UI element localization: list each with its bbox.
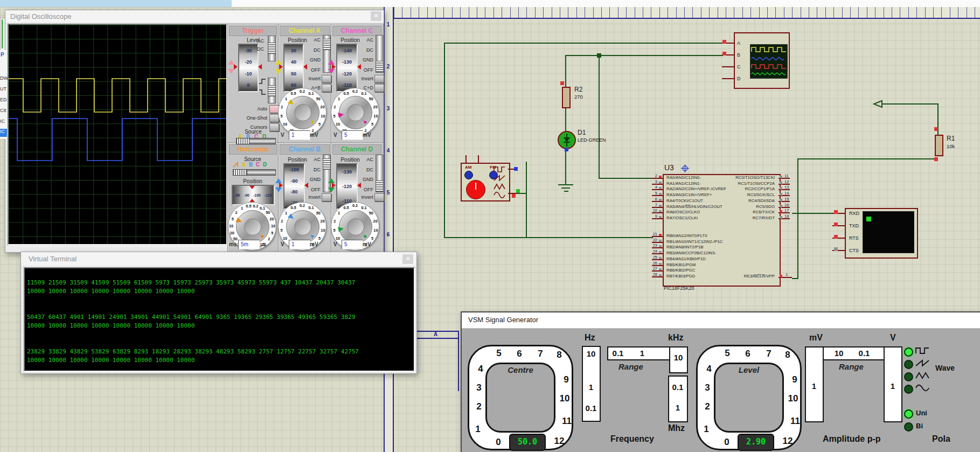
knob-scale-label: 5	[281, 227, 283, 232]
wire-terminal-top[interactable]	[881, 103, 939, 105]
frequency-label: Frequency	[610, 434, 654, 444]
channel-c-arrow-left	[332, 64, 336, 69]
selector-item-selected[interactable]: IC	[0, 129, 7, 137]
trigger-coupling-slider[interactable]	[268, 36, 276, 61]
channel-d-coupling-labels: ACDCGNDOFF	[358, 157, 373, 192]
centre-dial[interactable]: 0 1 2 3 4 5 6 7 8 9 10 11 12 Centre 50.0	[468, 345, 573, 450]
terminal-line: 11509 21509 31509 41509 51509 61509 5973…	[27, 279, 413, 288]
trigger-source-slider[interactable]	[236, 138, 276, 144]
channel-a-unit-mv: mV	[310, 132, 318, 138]
wire-ra0[interactable]	[599, 178, 653, 179]
channel-c-position-slider[interactable]: -140-130-120-110	[336, 44, 358, 92]
terminal-component-screen	[863, 211, 914, 253]
channel-c-value[interactable]: 5	[342, 130, 363, 140]
wire-gen-vertical[interactable]	[526, 162, 527, 238]
oscilloscope-titlebar[interactable]: Digital Oscilloscope ✕	[5, 10, 384, 23]
knob-scale-label: 2	[333, 104, 336, 109]
channel-c-invert-button[interactable]	[374, 75, 384, 83]
uni-led[interactable]	[904, 409, 913, 419]
wave-square-led[interactable]	[904, 347, 913, 357]
wire-left-vertical[interactable]	[444, 43, 445, 238]
channel-b-invert-button[interactable]	[322, 193, 331, 201]
selector-item-dw[interactable]: DW	[0, 75, 8, 81]
horizontal-source-slider[interactable]	[233, 169, 276, 176]
oscilloscope-close-button[interactable]: ✕	[371, 11, 381, 21]
wave-triangle-led[interactable]	[904, 372, 913, 381]
top-toolbar-fragment	[0, 0, 232, 8]
scope-pin[interactable]	[722, 50, 735, 61]
slider-tick-label: -90	[244, 193, 249, 197]
bi-led[interactable]	[904, 422, 913, 432]
terminal-pin[interactable]	[832, 208, 846, 220]
top-bar-fragment	[232, 0, 980, 8]
virtual-terminal-screen[interactable]: 11509 21509 31509 41509 51509 61509 5973…	[24, 267, 415, 372]
oscilloscope-window[interactable]: Digital Oscilloscope ✕ Trigger Channel A…	[5, 10, 384, 253]
level-dial[interactable]: 0 1 2 3 4 5 6 7 8 9 10 11 12 Level 2.90	[696, 345, 802, 450]
pin-state-square	[780, 210, 782, 213]
virtual-terminal-window[interactable]: Virtual Terminal ✕ 11509 21509 31509 415…	[20, 252, 417, 374]
wave-saw-led[interactable]	[904, 360, 913, 369]
terminal-pin[interactable]	[832, 233, 846, 245]
u3-pin[interactable]: 9	[651, 215, 665, 221]
led-d1[interactable]	[558, 131, 576, 149]
object-selector-fragment[interactable]: P DW UT ED C8 IC IC	[0, 50, 7, 139]
power-terminal-arrow-icon[interactable]	[873, 100, 882, 108]
trigger-edge-slider[interactable]	[268, 78, 276, 103]
u3-pin-label: RB0/AN12/INT0/FLT0	[666, 233, 777, 239]
resistor-r2[interactable]	[562, 87, 571, 108]
resistor-r1[interactable]	[935, 135, 943, 156]
generator-component[interactable]: AM FM	[461, 163, 510, 201]
gen-am-knob[interactable]	[464, 171, 473, 179]
channel-b-value[interactable]: 1	[289, 240, 310, 249]
wire-ra0-vertical[interactable]	[599, 55, 600, 179]
channel-a-coupling-labels: ACDCGNDOFF	[305, 37, 321, 73]
slider-tick-label: 50	[291, 71, 296, 77]
channel-d-value[interactable]: 5	[342, 240, 363, 249]
terminal-pin[interactable]	[832, 220, 846, 233]
wire-r1-bottom[interactable]	[797, 158, 936, 159]
signal-generator-titlebar[interactable]: VSM Signal Generator	[462, 312, 980, 329]
channel-a-value[interactable]: 1	[289, 130, 310, 140]
selector-item-c8[interactable]: C8	[0, 108, 6, 113]
oscilloscope-display	[8, 24, 227, 245]
scope-pin[interactable]	[722, 38, 735, 50]
pin-state-square	[834, 235, 838, 239]
u3-pin-label: RC3/SCK/SCL	[668, 192, 775, 198]
scope-pin[interactable]	[722, 73, 735, 85]
channel-d-unit-v: V	[333, 241, 337, 247]
gen-main-knob[interactable]	[466, 180, 485, 199]
virtual-terminal-titlebar[interactable]: Virtual Terminal ✕	[21, 252, 416, 267]
wire-scope-a[interactable]	[444, 43, 723, 44]
terminal-line	[27, 339, 413, 348]
wire-r2-d1[interactable]	[565, 107, 566, 131]
channel-a-gain-knob[interactable]: 20105210.50.20.150201052	[278, 88, 326, 136]
terminal-pin[interactable]	[832, 245, 846, 258]
u3-pin[interactable]: 18	[779, 215, 800, 221]
channel-c-gain-knob[interactable]: 20105210.50.20.150201052	[331, 88, 379, 136]
knob-scale-label: 5	[371, 122, 373, 127]
knob-scale-label: 10	[321, 113, 325, 118]
virtual-terminal-close-button[interactable]: ✕	[402, 254, 413, 264]
u3-pin-label: RB2/AN8/INT2/P1B	[666, 245, 777, 251]
horizontal-value[interactable]: 5m	[238, 240, 260, 249]
signal-generator-window[interactable]: VSM Signal Generator 0 1 2 3 4 5 6 7 8 9…	[461, 311, 980, 452]
knob-scale-label: 5	[333, 227, 336, 232]
wire-r2-top[interactable]	[565, 55, 566, 87]
channel-a-position-slider[interactable]: 30405060	[283, 44, 304, 92]
channel-c-coupling-slider[interactable]	[376, 35, 384, 73]
channel-d-invert-button[interactable]	[374, 193, 384, 201]
p-device-icon[interactable]: P	[1, 52, 4, 58]
selector-item-ut[interactable]: UT	[0, 86, 6, 92]
wave-sine-led[interactable]	[904, 385, 913, 394]
scope-pin[interactable]	[722, 61, 735, 73]
selector-item-ic[interactable]: IC	[0, 119, 5, 124]
channel-d-coupling-slider[interactable]	[376, 155, 384, 192]
channel-a-invert-button[interactable]	[322, 75, 331, 83]
wire-rb0[interactable]	[444, 237, 653, 238]
u3-pin[interactable]: 28	[651, 274, 665, 280]
selector-item-ed[interactable]: ED	[0, 97, 7, 102]
centre-display: 50.0	[509, 434, 546, 451]
mv-label: mV	[809, 333, 823, 343]
wire-scope-b[interactable]	[565, 55, 723, 56]
wire-r1-top[interactable]	[937, 103, 939, 136]
